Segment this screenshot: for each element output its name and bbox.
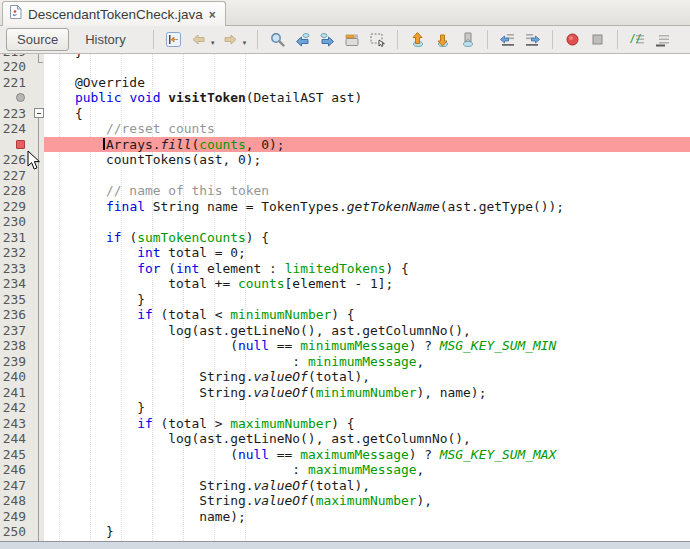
toggle-highlight-search-icon[interactable] <box>343 31 362 49</box>
line-number[interactable]: 247 <box>0 478 28 494</box>
line-number[interactable]: 248 <box>0 493 28 509</box>
shift-line-left-icon[interactable] <box>498 31 517 49</box>
history-view-button[interactable]: History <box>75 29 135 50</box>
line-number[interactable]: 233 <box>0 261 28 277</box>
fold-column <box>28 230 44 246</box>
code-editor[interactable]: 219 }220221 @Override public void visitT… <box>0 54 690 541</box>
back-icon[interactable] <box>189 31 208 49</box>
line-number[interactable]: 230 <box>0 214 28 230</box>
line-number[interactable]: 250 <box>0 524 28 540</box>
line-number[interactable]: 229 <box>0 199 28 215</box>
find-selection-icon[interactable] <box>268 31 287 49</box>
find-next-occurrence-icon[interactable] <box>318 31 337 49</box>
code-line[interactable]: final String name = TokenTypes.getTokenN… <box>44 199 690 215</box>
forward-icon[interactable] <box>221 31 240 49</box>
editor-row: 223 { <box>0 106 690 122</box>
collapse-fold-icon[interactable] <box>34 108 44 118</box>
code-line[interactable]: // name of this token <box>44 183 690 199</box>
code-line[interactable]: if (total < minimumNumber) { <box>44 307 690 323</box>
code-line[interactable]: //reset counts <box>44 121 690 137</box>
code-line[interactable]: : minimumMessage, <box>44 354 690 370</box>
line-number[interactable]: 245 <box>0 447 28 463</box>
line-number[interactable]: 244 <box>0 431 28 447</box>
code-line[interactable] <box>44 168 690 184</box>
next-bookmark-icon[interactable] <box>433 31 452 49</box>
line-number[interactable]: 231 <box>0 230 28 246</box>
stop-macro-recording-icon[interactable] <box>588 31 607 49</box>
fold-column <box>28 261 44 277</box>
code-line[interactable]: public void visitToken(DetailAST ast) <box>44 90 690 106</box>
line-number[interactable]: 224 <box>0 121 28 137</box>
editor-row: 248 String.valueOf(maximumNumber), <box>0 493 690 509</box>
previous-bookmark-icon[interactable] <box>408 31 427 49</box>
tab-bar: DescendantTokenCheck.java × <box>0 0 690 26</box>
line-number[interactable]: 232 <box>0 245 28 261</box>
toggle-bookmark-icon[interactable] <box>458 31 477 49</box>
start-macro-recording-icon[interactable] <box>563 31 582 49</box>
code-line[interactable]: name); <box>44 509 690 525</box>
line-number[interactable]: 242 <box>0 400 28 416</box>
tab-descendanttokencheck[interactable]: DescendantTokenCheck.java × <box>2 1 226 26</box>
breakpoint-icon[interactable] <box>16 140 25 149</box>
line-number[interactable]: 243 <box>0 416 28 432</box>
code-line[interactable]: { <box>44 106 690 122</box>
toggle-rectangular-selection-icon[interactable] <box>368 31 387 49</box>
fold-column <box>28 385 44 401</box>
code-line[interactable]: String.valueOf(maximumNumber), <box>44 493 690 509</box>
line-number[interactable]: 234 <box>0 276 28 292</box>
code-line[interactable]: } <box>44 292 690 308</box>
code-line[interactable]: String.valueOf(total), <box>44 478 690 494</box>
line-number[interactable]: 223 <box>0 106 28 122</box>
code-line[interactable]: if (total > maximumNumber) { <box>44 416 690 432</box>
code-line[interactable]: total += counts[element - 1]; <box>44 276 690 292</box>
line-number[interactable]: 220 <box>0 59 28 75</box>
code-line[interactable]: } <box>44 400 690 416</box>
code-line[interactable] <box>44 214 690 230</box>
fold-column <box>28 214 44 230</box>
fold-column <box>28 493 44 509</box>
code-line[interactable]: (null == minimumMessage) ? MSG_KEY_SUM_M… <box>44 338 690 354</box>
line-number[interactable]: 241 <box>0 385 28 401</box>
line-number[interactable]: 239 <box>0 354 28 370</box>
line-number[interactable]: 226 <box>0 152 28 168</box>
forward-dropdown-icon[interactable]: ▼ <box>242 40 248 46</box>
code-line[interactable] <box>44 59 690 75</box>
code-line[interactable]: log(ast.getLineNo(), ast.getColumnNo(), <box>44 431 690 447</box>
toolbar-separator <box>397 30 398 49</box>
code-line[interactable]: } <box>44 524 690 540</box>
back-dropdown-icon[interactable]: ▼ <box>210 40 216 46</box>
uncomment-icon[interactable] <box>653 31 672 49</box>
source-view-button[interactable]: Source <box>6 28 69 51</box>
tab-close-icon[interactable]: × <box>209 8 216 21</box>
line-number[interactable]: 221 <box>0 75 28 91</box>
last-edit-icon[interactable] <box>164 31 183 49</box>
code-line[interactable]: Arrays.fill(counts, 0); <box>44 137 690 153</box>
code-line[interactable]: countTokens(ast, 0); <box>44 152 690 168</box>
comment-icon[interactable]: // <box>628 31 647 49</box>
code-line[interactable]: : maximumMessage, <box>44 462 690 478</box>
line-number[interactable]: 237 <box>0 323 28 339</box>
line-number[interactable]: 249 <box>0 509 28 525</box>
line-number[interactable]: 227 <box>0 168 28 184</box>
editor-row: 228 // name of this token <box>0 183 690 199</box>
line-number[interactable] <box>0 90 28 106</box>
fold-column <box>28 416 44 432</box>
overridden-method-icon[interactable] <box>16 93 25 102</box>
line-number[interactable]: 246 <box>0 462 28 478</box>
line-number[interactable]: 228 <box>0 183 28 199</box>
line-number[interactable]: 236 <box>0 307 28 323</box>
code-line[interactable]: for (int element : limitedTokens) { <box>44 261 690 277</box>
code-line[interactable]: if (sumTokenCounts) { <box>44 230 690 246</box>
find-previous-occurrence-icon[interactable] <box>293 31 312 49</box>
line-number[interactable]: 238 <box>0 338 28 354</box>
code-line[interactable]: String.valueOf(minimumNumber), name); <box>44 385 690 401</box>
line-number[interactable]: 235 <box>0 292 28 308</box>
code-line[interactable]: (null == maximumMessage) ? MSG_KEY_SUM_M… <box>44 447 690 463</box>
shift-line-right-icon[interactable] <box>523 31 542 49</box>
code-line[interactable]: String.valueOf(total), <box>44 369 690 385</box>
line-number[interactable] <box>0 137 28 153</box>
code-line[interactable]: int total = 0; <box>44 245 690 261</box>
line-number[interactable]: 240 <box>0 369 28 385</box>
code-line[interactable]: @Override <box>44 75 690 91</box>
code-line[interactable]: log(ast.getLineNo(), ast.getColumnNo(), <box>44 323 690 339</box>
